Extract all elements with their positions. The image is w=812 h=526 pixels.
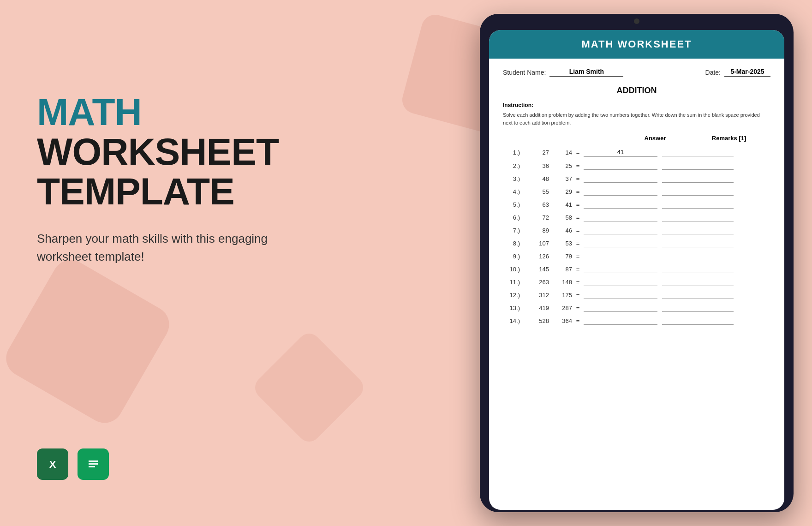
prob-remarks — [662, 317, 734, 325]
prob-remarks — [662, 174, 734, 183]
prob-n1: 89 — [524, 227, 549, 234]
tablet-container: MATH WORKSHEET Student Name: Liam Smith … — [480, 14, 794, 512]
prob-answer — [584, 265, 657, 273]
prob-n2: 25 — [549, 162, 572, 169]
prob-eq: = — [572, 292, 584, 299]
prob-n1: 419 — [524, 305, 549, 311]
problem-row: 9.) 126 79 = — [503, 250, 770, 263]
prob-num: 14.) — [503, 317, 524, 324]
bg-shape-1 — [0, 253, 176, 430]
svg-rect-3 — [89, 460, 98, 462]
prob-n1: 528 — [524, 317, 549, 324]
prob-answer — [584, 226, 657, 234]
date-section: Date: 5-Mar-2025 — [705, 68, 770, 77]
svg-rect-4 — [89, 463, 98, 465]
icons-row: X — [37, 448, 109, 480]
prob-remarks — [662, 278, 734, 286]
prob-num: 11.) — [503, 279, 524, 286]
subtitle-text: Sharpen your math skills with this engag… — [37, 230, 295, 266]
date-value: 5-Mar-2025 — [724, 68, 770, 77]
date-label: Date: — [705, 69, 721, 76]
worksheet-header: MATH WORKSHEET — [489, 30, 784, 59]
prob-answer — [584, 174, 657, 183]
prob-eq: = — [572, 253, 584, 260]
prob-num: 10.) — [503, 266, 524, 273]
problem-row: 6.) 72 58 = — [503, 211, 770, 224]
prob-answer — [584, 317, 657, 325]
prob-n1: 27 — [524, 149, 549, 156]
prob-eq: = — [572, 227, 584, 234]
worksheet: MATH WORKSHEET Student Name: Liam Smith … — [489, 30, 784, 336]
prob-answer — [584, 239, 657, 247]
prob-remarks — [662, 148, 734, 156]
prob-n1: 72 — [524, 214, 549, 221]
prob-eq: = — [572, 162, 584, 169]
prob-n1: 312 — [524, 292, 549, 299]
title-line1: MATH — [37, 91, 142, 133]
prob-num: 8.) — [503, 240, 524, 247]
problem-row: 4.) 55 29 = — [503, 185, 770, 198]
prob-answer: 41 — [584, 148, 657, 157]
prob-remarks — [662, 200, 734, 209]
prob-eq: = — [572, 188, 584, 195]
tablet-camera — [634, 18, 639, 24]
prob-eq: = — [572, 201, 584, 208]
problem-row: 13.) 419 287 = — [503, 301, 770, 314]
problem-row: 14.) 528 364 = — [503, 314, 770, 327]
prob-remarks — [662, 239, 734, 247]
prob-eq: = — [572, 279, 584, 286]
tablet-frame: MATH WORKSHEET Student Name: Liam Smith … — [480, 14, 794, 512]
student-label: Student Name: — [503, 69, 546, 76]
prob-num: 7.) — [503, 227, 524, 234]
prob-remarks — [662, 226, 734, 234]
worksheet-body: Student Name: Liam Smith Date: 5-Mar-202… — [489, 59, 784, 336]
sheets-icon — [78, 448, 109, 480]
prob-answer — [584, 187, 657, 196]
prob-n1: 63 — [524, 201, 549, 208]
prob-remarks — [662, 265, 734, 273]
prob-remarks — [662, 187, 734, 196]
prob-num: 6.) — [503, 214, 524, 221]
prob-answer — [584, 213, 657, 221]
problem-row: 12.) 312 175 = — [503, 288, 770, 301]
prob-remarks — [662, 304, 734, 312]
col-remarks-header: Remarks [1] — [692, 135, 766, 142]
student-name-section: Student Name: Liam Smith — [503, 68, 623, 77]
title-line3: TEMPLATE — [37, 170, 234, 212]
prob-n2: 364 — [549, 317, 572, 324]
problem-row: 3.) 48 37 = — [503, 172, 770, 185]
svg-text:X: X — [49, 459, 56, 470]
problem-row: 11.) 263 148 = — [503, 275, 770, 288]
problem-row: 7.) 89 46 = — [503, 224, 770, 237]
prob-n2: 148 — [549, 279, 572, 286]
prob-num: 5.) — [503, 201, 524, 208]
problem-row: 1.) 27 14 = 41 — [503, 145, 770, 159]
problem-row: 5.) 63 41 = — [503, 198, 770, 211]
worksheet-title: MATH WORKSHEET — [581, 38, 692, 50]
instruction-label: Instruction: — [503, 102, 770, 108]
prob-num: 3.) — [503, 175, 524, 182]
prob-answer — [584, 252, 657, 260]
prob-num: 2.) — [503, 162, 524, 169]
prob-num: 9.) — [503, 253, 524, 260]
prob-remarks — [662, 213, 734, 221]
prob-remarks — [662, 252, 734, 260]
svg-rect-5 — [89, 466, 95, 467]
prob-num: 4.) — [503, 188, 524, 195]
prob-eq: = — [572, 214, 584, 221]
prob-answer — [584, 161, 657, 170]
prob-n1: 36 — [524, 162, 549, 169]
bg-shape-3 — [251, 329, 368, 447]
prob-eq: = — [572, 305, 584, 311]
col-answer-header: Answer — [618, 135, 692, 142]
prob-eq: = — [572, 317, 584, 324]
prob-answer — [584, 200, 657, 209]
prob-num: 12.) — [503, 292, 524, 299]
prob-eq: = — [572, 175, 584, 182]
problem-row: 10.) 145 87 = — [503, 263, 770, 275]
title-line2: WORKSHEET — [37, 131, 279, 173]
prob-n1: 48 — [524, 175, 549, 182]
instruction-text: Solve each addition problem by adding th… — [503, 111, 770, 126]
prob-n2: 46 — [549, 227, 572, 234]
prob-eq: = — [572, 240, 584, 247]
